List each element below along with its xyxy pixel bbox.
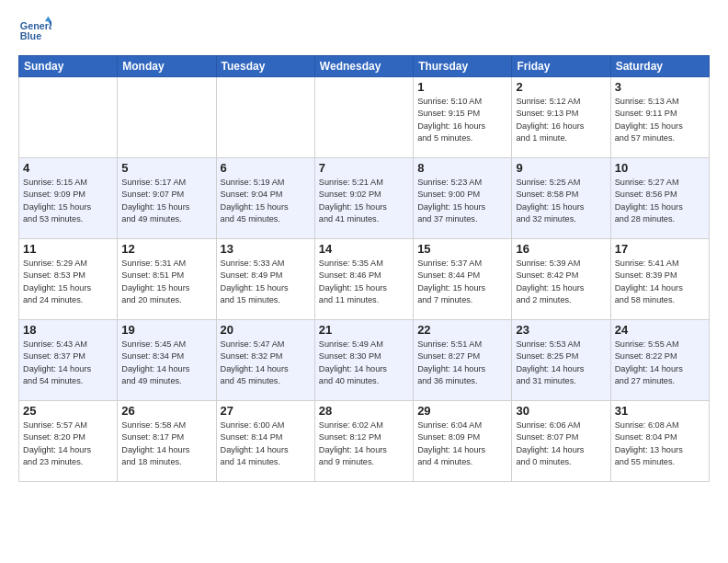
calendar-cell: 27Sunrise: 6:00 AM Sunset: 8:14 PM Dayli… (216, 401, 314, 482)
calendar-cell: 15Sunrise: 5:37 AM Sunset: 8:44 PM Dayli… (414, 239, 512, 320)
day-header-wednesday: Wednesday (314, 56, 413, 77)
calendar-cell: 29Sunrise: 6:04 AM Sunset: 8:09 PM Dayli… (414, 401, 512, 482)
calendar-cell: 20Sunrise: 5:47 AM Sunset: 8:32 PM Dayli… (216, 320, 314, 401)
day-header-tuesday: Tuesday (216, 56, 314, 77)
day-number: 5 (121, 161, 211, 175)
calendar-cell: 16Sunrise: 5:39 AM Sunset: 8:42 PM Dayli… (512, 239, 610, 320)
day-header-thursday: Thursday (414, 56, 512, 77)
calendar-week-row: 1Sunrise: 5:10 AM Sunset: 9:15 PM Daylig… (19, 77, 710, 158)
day-info: Sunrise: 5:45 AM Sunset: 8:34 PM Dayligh… (121, 339, 211, 387)
day-info: Sunrise: 5:51 AM Sunset: 8:27 PM Dayligh… (417, 339, 507, 387)
calendar-header-row: SundayMondayTuesdayWednesdayThursdayFrid… (19, 56, 710, 77)
day-number: 13 (221, 242, 311, 256)
svg-text:Blue: Blue (20, 30, 41, 41)
day-header-saturday: Saturday (610, 56, 709, 77)
day-number: 10 (615, 161, 705, 175)
calendar-week-row: 11Sunrise: 5:29 AM Sunset: 8:53 PM Dayli… (19, 239, 710, 320)
calendar-cell: 28Sunrise: 6:02 AM Sunset: 8:12 PM Dayli… (314, 401, 413, 482)
calendar-cell: 6Sunrise: 5:19 AM Sunset: 9:04 PM Daylig… (216, 158, 314, 239)
calendar: SundayMondayTuesdayWednesdayThursdayFrid… (18, 55, 710, 482)
calendar-cell: 19Sunrise: 5:45 AM Sunset: 8:34 PM Dayli… (118, 320, 216, 401)
day-number: 11 (23, 242, 113, 256)
calendar-cell: 23Sunrise: 5:53 AM Sunset: 8:25 PM Dayli… (512, 320, 610, 401)
day-info: Sunrise: 5:27 AM Sunset: 8:56 PM Dayligh… (615, 177, 705, 225)
calendar-cell: 22Sunrise: 5:51 AM Sunset: 8:27 PM Dayli… (414, 320, 512, 401)
header: General Blue (18, 15, 710, 48)
day-number: 6 (221, 161, 311, 175)
calendar-cell: 24Sunrise: 5:55 AM Sunset: 8:22 PM Dayli… (610, 320, 709, 401)
calendar-cell: 9Sunrise: 5:25 AM Sunset: 8:58 PM Daylig… (512, 158, 610, 239)
calendar-cell: 21Sunrise: 5:49 AM Sunset: 8:30 PM Dayli… (314, 320, 413, 401)
calendar-cell: 10Sunrise: 5:27 AM Sunset: 8:56 PM Dayli… (610, 158, 709, 239)
day-info: Sunrise: 6:04 AM Sunset: 8:09 PM Dayligh… (417, 419, 507, 468)
calendar-cell (19, 77, 118, 158)
calendar-cell: 5Sunrise: 5:17 AM Sunset: 9:07 PM Daylig… (118, 158, 216, 239)
day-info: Sunrise: 6:06 AM Sunset: 8:07 PM Dayligh… (516, 419, 606, 468)
day-info: Sunrise: 6:00 AM Sunset: 8:14 PM Dayligh… (221, 419, 311, 468)
day-info: Sunrise: 5:55 AM Sunset: 8:22 PM Dayligh… (615, 339, 705, 387)
day-info: Sunrise: 5:29 AM Sunset: 8:53 PM Dayligh… (23, 258, 113, 306)
day-number: 9 (516, 161, 606, 175)
day-header-sunday: Sunday (19, 56, 118, 77)
day-info: Sunrise: 5:12 AM Sunset: 9:13 PM Dayligh… (516, 96, 606, 144)
day-number: 8 (417, 161, 507, 175)
day-info: Sunrise: 5:10 AM Sunset: 9:15 PM Dayligh… (417, 96, 507, 144)
day-info: Sunrise: 5:13 AM Sunset: 9:11 PM Dayligh… (615, 96, 705, 144)
calendar-week-row: 25Sunrise: 5:57 AM Sunset: 8:20 PM Dayli… (19, 401, 710, 482)
day-number: 3 (615, 80, 705, 94)
day-header-monday: Monday (118, 56, 216, 77)
day-number: 27 (221, 404, 311, 418)
day-number: 28 (319, 404, 409, 418)
day-number: 1 (417, 80, 507, 94)
day-number: 20 (221, 323, 311, 337)
day-number: 17 (615, 242, 705, 256)
day-info: Sunrise: 5:23 AM Sunset: 9:00 PM Dayligh… (417, 177, 507, 225)
calendar-cell: 3Sunrise: 5:13 AM Sunset: 9:11 PM Daylig… (610, 77, 709, 158)
calendar-cell: 30Sunrise: 6:06 AM Sunset: 8:07 PM Dayli… (512, 401, 610, 482)
calendar-cell: 17Sunrise: 5:41 AM Sunset: 8:39 PM Dayli… (610, 239, 709, 320)
day-info: Sunrise: 5:21 AM Sunset: 9:02 PM Dayligh… (319, 177, 409, 225)
day-number: 31 (615, 404, 705, 418)
day-number: 26 (121, 404, 211, 418)
calendar-week-row: 4Sunrise: 5:15 AM Sunset: 9:09 PM Daylig… (19, 158, 710, 239)
day-number: 29 (417, 404, 507, 418)
svg-marker-2 (45, 17, 51, 21)
calendar-cell: 11Sunrise: 5:29 AM Sunset: 8:53 PM Dayli… (19, 239, 118, 320)
day-number: 19 (121, 323, 211, 337)
day-number: 14 (319, 242, 409, 256)
day-info: Sunrise: 5:41 AM Sunset: 8:39 PM Dayligh… (615, 258, 705, 306)
day-number: 2 (516, 80, 606, 94)
day-info: Sunrise: 5:33 AM Sunset: 8:49 PM Dayligh… (221, 258, 311, 306)
day-number: 12 (121, 242, 211, 256)
day-info: Sunrise: 5:49 AM Sunset: 8:30 PM Dayligh… (319, 339, 409, 387)
day-info: Sunrise: 5:31 AM Sunset: 8:51 PM Dayligh… (121, 258, 211, 306)
calendar-cell: 25Sunrise: 5:57 AM Sunset: 8:20 PM Dayli… (19, 401, 118, 482)
day-info: Sunrise: 5:19 AM Sunset: 9:04 PM Dayligh… (221, 177, 311, 225)
calendar-cell (216, 77, 314, 158)
day-info: Sunrise: 6:08 AM Sunset: 8:04 PM Dayligh… (615, 419, 705, 468)
calendar-cell: 1Sunrise: 5:10 AM Sunset: 9:15 PM Daylig… (414, 77, 512, 158)
day-info: Sunrise: 5:35 AM Sunset: 8:46 PM Dayligh… (319, 258, 409, 306)
calendar-cell: 12Sunrise: 5:31 AM Sunset: 8:51 PM Dayli… (118, 239, 216, 320)
day-info: Sunrise: 5:37 AM Sunset: 8:44 PM Dayligh… (417, 258, 507, 306)
calendar-cell: 4Sunrise: 5:15 AM Sunset: 9:09 PM Daylig… (19, 158, 118, 239)
day-number: 25 (23, 404, 113, 418)
calendar-week-row: 18Sunrise: 5:43 AM Sunset: 8:37 PM Dayli… (19, 320, 710, 401)
day-info: Sunrise: 5:25 AM Sunset: 8:58 PM Dayligh… (516, 177, 606, 225)
day-header-friday: Friday (512, 56, 610, 77)
day-info: Sunrise: 5:17 AM Sunset: 9:07 PM Dayligh… (121, 177, 211, 225)
day-info: Sunrise: 5:43 AM Sunset: 8:37 PM Dayligh… (23, 339, 113, 387)
day-info: Sunrise: 6:02 AM Sunset: 8:12 PM Dayligh… (319, 419, 409, 468)
day-number: 23 (516, 323, 606, 337)
day-info: Sunrise: 5:15 AM Sunset: 9:09 PM Dayligh… (23, 177, 113, 225)
calendar-cell: 8Sunrise: 5:23 AM Sunset: 9:00 PM Daylig… (414, 158, 512, 239)
day-number: 24 (615, 323, 705, 337)
day-number: 22 (417, 323, 507, 337)
day-number: 18 (23, 323, 113, 337)
calendar-cell: 26Sunrise: 5:58 AM Sunset: 8:17 PM Dayli… (118, 401, 216, 482)
calendar-cell: 14Sunrise: 5:35 AM Sunset: 8:46 PM Dayli… (314, 239, 413, 320)
day-number: 30 (516, 404, 606, 418)
day-info: Sunrise: 5:58 AM Sunset: 8:17 PM Dayligh… (121, 419, 211, 468)
day-number: 16 (516, 242, 606, 256)
calendar-cell (314, 77, 413, 158)
